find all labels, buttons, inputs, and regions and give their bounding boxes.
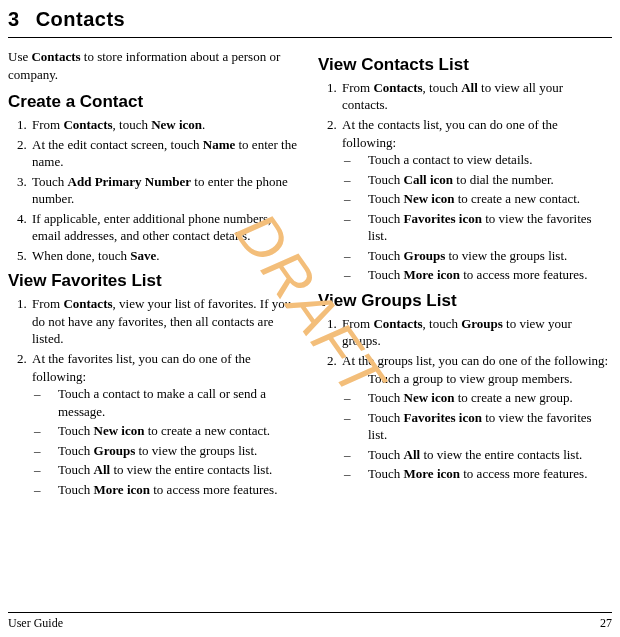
text: Touch — [368, 390, 404, 405]
bold-text: All — [461, 80, 478, 95]
list-item: At the edit contact screen, touch Name t… — [30, 136, 302, 171]
list-item: Touch Groups to view the groups list. — [356, 247, 612, 265]
list-item: At the groups list, you can do one of th… — [340, 352, 612, 483]
text: From — [32, 296, 63, 311]
text: Touch — [58, 423, 94, 438]
bold-text: Favorites icon — [404, 410, 482, 425]
list-item: Touch Favorites icon to view the favorit… — [356, 409, 612, 444]
text: to access more features. — [150, 482, 277, 497]
chapter-title: 3Contacts — [8, 6, 612, 33]
bold-text: Add Primary Number — [68, 174, 192, 189]
view-groups-steps: From Contacts, touch Groups to view your… — [318, 315, 612, 483]
sublist: Touch a contact to make a call or send a… — [32, 385, 302, 498]
text: to access more features. — [460, 267, 587, 282]
chapter-number: 3 — [8, 6, 20, 33]
bold-text: More icon — [404, 267, 460, 282]
list-item: When done, touch Save. — [30, 247, 302, 265]
list-item: Touch a group to view group members. — [356, 370, 612, 388]
heading-view-groups: View Groups List — [318, 290, 612, 313]
sublist: Touch a group to view group members. Tou… — [342, 370, 612, 483]
bold-text: New icon — [94, 423, 145, 438]
text: From — [342, 316, 373, 331]
text: At the contacts list, you can do one of … — [342, 117, 558, 150]
right-column: View Contacts List From Contacts, touch … — [318, 48, 612, 500]
text: to view the groups list. — [135, 443, 257, 458]
bold-text: Name — [203, 137, 236, 152]
list-item: Touch More icon to access more features. — [46, 481, 302, 499]
intro-paragraph: Use Contacts to store information about … — [8, 48, 302, 83]
bold-text: Groups — [461, 316, 503, 331]
list-item: Touch New icon to create a new contact. — [356, 190, 612, 208]
sublist: Touch a contact to view details. Touch C… — [342, 151, 612, 284]
text: Touch — [368, 447, 404, 462]
footer-left: User Guide — [8, 615, 63, 631]
text: Touch a contact to make a call or send a… — [58, 386, 266, 419]
text: to create a new contact. — [144, 423, 270, 438]
text: Touch — [368, 267, 404, 282]
bold-text: Contacts — [63, 117, 112, 132]
bold-text: All — [94, 462, 111, 477]
view-contacts-steps: From Contacts, touch All to view all you… — [318, 79, 612, 284]
bold-text: Call icon — [404, 172, 453, 187]
list-item: Touch New icon to create a new contact. — [46, 422, 302, 440]
text: Touch — [368, 172, 404, 187]
bold-text: Contacts — [31, 49, 80, 64]
text: . — [202, 117, 205, 132]
text: to dial the number. — [453, 172, 554, 187]
text: Touch — [58, 482, 94, 497]
bold-text: Favorites icon — [404, 211, 482, 226]
chapter-header: 3Contacts — [8, 6, 612, 38]
list-item: Touch Add Primary Number to enter the ph… — [30, 173, 302, 208]
list-item: From Contacts, view your list of favorit… — [30, 295, 302, 348]
text: Touch — [58, 462, 94, 477]
list-item: From Contacts, touch Groups to view your… — [340, 315, 612, 350]
text: Touch a contact to view details. — [368, 152, 532, 167]
heading-view-favorites: View Favorites List — [8, 270, 302, 293]
text: , touch — [113, 117, 152, 132]
text: Touch a group to view group members. — [368, 371, 573, 386]
list-item: Touch a contact to view details. — [356, 151, 612, 169]
bold-text: More icon — [404, 466, 460, 481]
chapter-name: Contacts — [36, 8, 126, 30]
left-column: Use Contacts to store information about … — [8, 48, 302, 500]
text: At the groups list, you can do one of th… — [342, 353, 608, 368]
bold-text: Contacts — [63, 296, 112, 311]
text: to access more features. — [460, 466, 587, 481]
list-item: At the contacts list, you can do one of … — [340, 116, 612, 284]
list-item: Touch Favorites icon to view the favorit… — [356, 210, 612, 245]
bold-text: New icon — [404, 191, 455, 206]
text: Use — [8, 49, 31, 64]
page-number: 27 — [600, 615, 612, 631]
text: , touch — [423, 316, 462, 331]
bold-text: All — [404, 447, 421, 462]
text: Touch — [368, 410, 404, 425]
bold-text: Groups — [404, 248, 446, 263]
text: From — [32, 117, 63, 132]
heading-view-contacts: View Contacts List — [318, 54, 612, 77]
text: to create a new contact. — [454, 191, 580, 206]
text: Touch — [58, 443, 94, 458]
list-item: From Contacts, touch All to view all you… — [340, 79, 612, 114]
view-favorites-steps: From Contacts, view your list of favorit… — [8, 295, 302, 498]
bold-text: Contacts — [373, 80, 422, 95]
text: Touch — [368, 191, 404, 206]
heading-create-contact: Create a Contact — [8, 91, 302, 114]
text: . — [156, 248, 159, 263]
text: At the edit contact screen, touch — [32, 137, 203, 152]
list-item: From Contacts, touch New icon. — [30, 116, 302, 134]
content-columns: Use Contacts to store information about … — [8, 48, 612, 500]
bold-text: New icon — [404, 390, 455, 405]
list-item: Touch a contact to make a call or send a… — [46, 385, 302, 420]
text: to view the entire contacts list. — [110, 462, 272, 477]
list-item: Touch All to view the entire contacts li… — [46, 461, 302, 479]
text: Touch — [368, 248, 404, 263]
list-item: At the favorites list, you can do one of… — [30, 350, 302, 498]
bold-text: Save — [130, 248, 156, 263]
bold-text: New icon — [151, 117, 202, 132]
text: From — [342, 80, 373, 95]
text: Touch — [368, 466, 404, 481]
text: At the favorites list, you can do one of… — [32, 351, 251, 384]
text: , touch — [423, 80, 462, 95]
page-footer: User Guide 27 — [8, 612, 612, 631]
list-item: If applicable, enter additional phone nu… — [30, 210, 302, 245]
